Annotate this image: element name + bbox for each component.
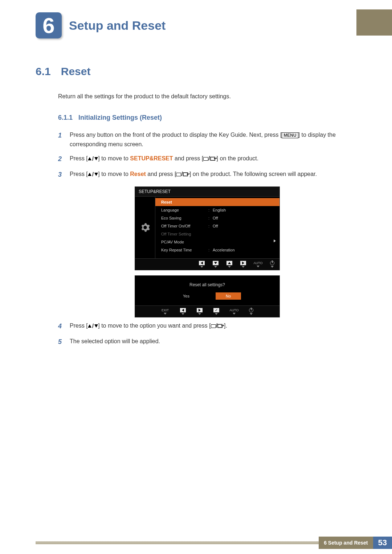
text-fragment: Press any button on the front of the pro…: [70, 132, 282, 138]
source-icon: [203, 157, 208, 161]
dialog-nav-bar: EXIT AUTO: [135, 305, 279, 317]
text-fragment: ] to move to the option you want and pre…: [98, 323, 211, 329]
text-fragment: Press [: [70, 323, 88, 329]
osd-item-label: Language: [161, 208, 208, 212]
osd-icon-column: [135, 197, 155, 258]
osd-body: Reset Language : English Eco Saving : Of…: [135, 197, 279, 258]
osd-item-label: Off Timer Setting: [161, 232, 208, 236]
submenu-caret-icon: [274, 239, 276, 243]
section-intro: Return all the settings for the product …: [58, 92, 356, 101]
chapter-number-badge: 6: [36, 12, 62, 38]
osd-colon: :: [208, 224, 213, 228]
page-content: 6.1 Reset Return all the settings for th…: [36, 65, 356, 352]
chapter-header: 6 Setup and Reset: [36, 9, 356, 41]
nav-power-icon: [269, 261, 276, 268]
header-accent-block: [356, 9, 392, 36]
enter-icon: [183, 172, 189, 177]
osd-menu-item-eco: Eco Saving : Off: [161, 214, 276, 222]
dialog-question: Reset all settings?: [135, 276, 279, 292]
text-fragment: ].: [224, 323, 227, 329]
osd-illustration: SETUP&RESET Reset Language :: [135, 186, 280, 317]
step-text: Press [/] to move to the option you want…: [70, 321, 356, 332]
text-fragment: ] to move to: [98, 171, 130, 177]
nav-auto-label: AUTO: [253, 261, 264, 267]
osd-colon: :: [208, 216, 213, 220]
footer-chapter-label: 6 Setup and Reset: [319, 537, 373, 549]
step-text: Press any button on the front of the pro…: [70, 130, 356, 149]
gear-icon: [140, 222, 150, 233]
text-fragment: and press [: [146, 171, 176, 177]
steps-list: 1 Press any button on the front of the p…: [58, 130, 356, 347]
step-number: 2: [58, 154, 64, 164]
step-number: 1: [58, 130, 64, 149]
osd-item-label: Off Timer On/Off: [161, 224, 208, 228]
osd-nav-bar: AUTO: [135, 258, 279, 270]
osd-menu-item-pcav: PC/AV Mode: [161, 238, 276, 246]
text-fragment: ] on the product. The following screen w…: [189, 171, 317, 177]
nav-left-icon: [197, 261, 206, 268]
section-heading: 6.1 Reset: [36, 65, 356, 78]
nav-exit-label: EXIT: [160, 308, 171, 315]
osd-menu-item-offtimersetting: Off Timer Setting: [161, 230, 276, 238]
osd-item-value: Off: [213, 224, 276, 228]
text-fragment: Press [: [70, 155, 88, 161]
nav-right-icon: [239, 261, 248, 268]
enter-icon: [217, 324, 224, 328]
page-footer: 6 Setup and Reset 53: [36, 537, 392, 549]
nav-power-icon: [248, 308, 255, 315]
menu-button-icon: MENU: [282, 132, 298, 138]
osd-item-value: Acceleration: [213, 248, 276, 252]
highlight-setupreset: SETUP&RESET: [130, 155, 173, 161]
osd-panel: SETUP&RESET Reset Language :: [135, 186, 280, 270]
step-5: 5 The selected option will be applied.: [58, 337, 356, 347]
osd-menu-item-reset: Reset: [155, 198, 279, 206]
nav-up-icon: [225, 261, 234, 268]
osd-menu-item-keyrepeat: Key Repeat Time : Acceleration: [161, 246, 276, 254]
source-icon: [176, 173, 181, 176]
step-text: The selected option will be applied.: [70, 337, 356, 347]
subsection-number: 6.1.1: [58, 114, 73, 122]
text-fragment: ] to move to: [98, 155, 130, 161]
section-number: 6.1: [36, 65, 51, 78]
highlight-reset: Reset: [130, 171, 146, 177]
nav-down-icon: [211, 261, 220, 268]
up-down-arrows-icon: /: [88, 321, 98, 331]
step-number: 5: [58, 337, 64, 347]
dialog-no-button: No: [216, 292, 241, 300]
step-number: 3: [58, 169, 64, 180]
confirm-dialog: Reset all settings? Yes No EXIT AUTO: [135, 275, 280, 317]
text-fragment: and press [: [173, 155, 204, 161]
nav-right-icon: [195, 308, 204, 315]
dialog-yes-button: Yes: [173, 292, 199, 300]
osd-item-label: Reset: [161, 200, 208, 204]
osd-item-value: English: [213, 208, 276, 212]
osd-item-label: Key Repeat Time: [161, 248, 208, 252]
step-4: 4 Press [/] to move to the option you wa…: [58, 321, 356, 332]
enter-icon: [210, 157, 217, 161]
osd-menu-item-offtimer: Off Timer On/Off : Off: [161, 222, 276, 230]
step-3: 3 Press [/] to move to Reset and press […: [58, 169, 356, 180]
step-number: 4: [58, 321, 64, 332]
osd-item-label: Eco Saving: [161, 216, 208, 220]
footer-page-number: 53: [373, 537, 392, 549]
step-text: Press [/] to move to SETUP&RESET and pre…: [70, 154, 356, 164]
text-fragment: ] on the product.: [217, 155, 259, 161]
text-fragment: Press [: [70, 171, 88, 177]
osd-colon: :: [208, 248, 213, 252]
osd-item-value: Off: [213, 216, 276, 220]
footer-bar: [36, 541, 319, 544]
subsection-title: Initializing Settings (Reset): [78, 114, 162, 122]
subsection-heading: 6.1.1 Initializing Settings (Reset): [58, 114, 356, 122]
osd-colon: :: [208, 208, 213, 212]
osd-menu: Reset Language : English Eco Saving : Of…: [155, 197, 279, 258]
osd-menu-item-language: Language : English: [161, 206, 276, 214]
section-title: Reset: [61, 65, 91, 78]
nav-auto-label: AUTO: [229, 308, 240, 315]
chapter-title: Setup and Reset: [69, 19, 166, 33]
source-icon: [211, 324, 216, 328]
osd-item-label: PC/AV Mode: [161, 240, 208, 244]
up-down-arrows-icon: /: [88, 170, 98, 179]
nav-left-icon: [179, 308, 187, 315]
nav-enter-icon: [212, 308, 221, 315]
step-1: 1 Press any button on the front of the p…: [58, 130, 356, 149]
